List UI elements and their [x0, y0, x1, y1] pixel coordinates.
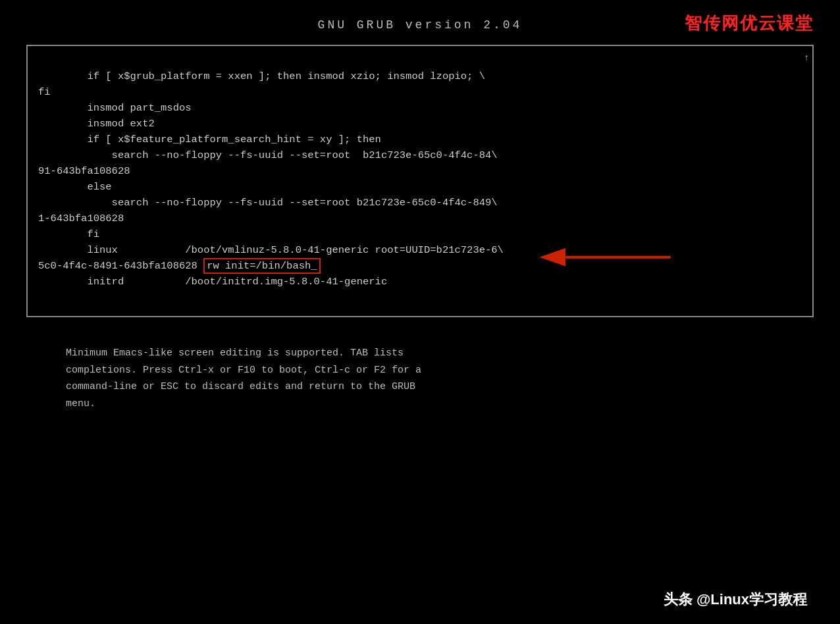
scrollbar[interactable]: ↑	[802, 53, 811, 323]
terminal-line-9: search --no-floppy --fs-uuid --set=root …	[38, 197, 498, 209]
terminal-line-13: 5c0-4f4c-8491-643bfa108628 rw init=/bin/…	[38, 258, 321, 274]
terminal-box: if [ x$grub_platform = xxen ]; then insm…	[26, 45, 814, 317]
watermark-bottom: 头条 @Linux学习教程	[664, 590, 807, 610]
watermark-top: 智传网优云课堂	[685, 12, 814, 35]
terminal-line-14: initrd /boot/initrd.img-5.8.0-41-generic	[38, 276, 387, 288]
terminal-line-4: insmod ext2	[38, 118, 155, 130]
terminal-line-5: if [ x$feature_platform_search_hint = xy…	[38, 134, 381, 145]
terminal-line-10: 1-643bfa108628	[38, 213, 124, 224]
terminal-line-2: fi	[38, 86, 51, 98]
terminal-line-11: fi	[38, 228, 99, 240]
terminal-line-7: 91-643bfa108628	[38, 165, 130, 177]
highlighted-command: rw init=/bin/bash_	[203, 258, 320, 274]
scrollbar-up-icon[interactable]: ↑	[804, 53, 809, 63]
terminal-line-3: insmod part_msdos	[38, 102, 192, 114]
terminal-line-6: search --no-floppy --fs-uuid --set=root …	[38, 149, 498, 161]
description-box: Minimum Emacs-like screen editing is sup…	[26, 333, 814, 424]
terminal-line-12: linux /boot/vmlinuz-5.8.0-41-generic roo…	[38, 244, 504, 256]
terminal-line-1: if [ x$grub_platform = xxen ]; then insm…	[38, 70, 485, 82]
terminal-line-8: else	[38, 181, 112, 193]
terminal-content: if [ x$grub_platform = xxen ]; then insm…	[38, 53, 802, 305]
